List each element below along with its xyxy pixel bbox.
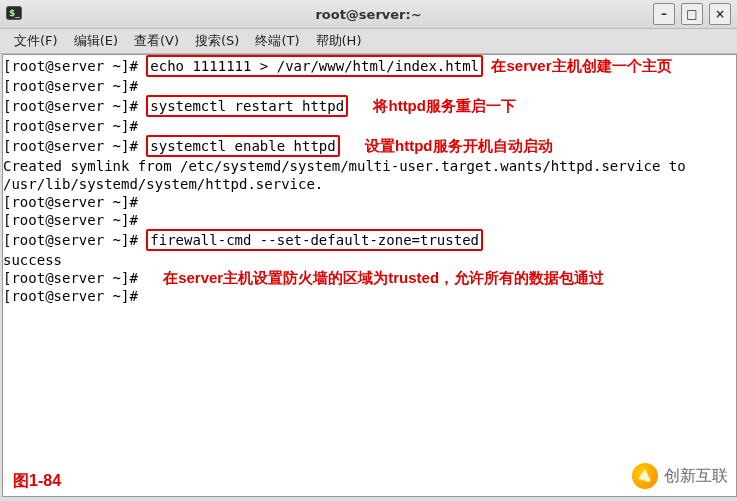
- output-symlink: Created symlink from /etc/systemd/system…: [3, 157, 723, 193]
- anno-restart-httpd: 将httpd服务重启一下: [373, 97, 515, 114]
- watermark: 创新互联: [598, 456, 736, 496]
- prompt: [root@server ~]#: [3, 98, 138, 114]
- term-line-11: [root@server ~]#: [3, 287, 736, 305]
- minimize-button[interactable]: –: [653, 3, 675, 25]
- menu-search[interactable]: 搜索(S): [187, 30, 247, 52]
- term-line-2: [root@server ~]# systemctl restart httpd…: [3, 95, 736, 117]
- term-line-0: [root@server ~]# echo 1111111 > /var/www…: [3, 55, 736, 77]
- term-line-10: [root@server ~]# 在server主机设置防火墙的区域为trust…: [3, 269, 736, 287]
- menu-terminal[interactable]: 终端(T): [247, 30, 307, 52]
- menu-edit[interactable]: 编辑(E): [66, 30, 126, 52]
- term-line-9: success: [3, 251, 736, 269]
- output-success: success: [3, 252, 62, 268]
- cmd-firewall-trusted: firewall-cmd --set-default-zone=trusted: [146, 229, 483, 251]
- close-button[interactable]: ×: [709, 3, 731, 25]
- terminal-pane[interactable]: [root@server ~]# echo 1111111 > /var/www…: [2, 54, 737, 497]
- term-line-6: [root@server ~]#: [3, 193, 736, 211]
- cmd-create-index: echo 1111111 > /var/www/html/index.html: [146, 55, 483, 77]
- maximize-button[interactable]: □: [681, 3, 703, 25]
- prompt: [root@server ~]#: [3, 138, 138, 154]
- prompt: [root@server ~]#: [3, 288, 138, 304]
- anno-create-index: 在server主机创建一个主页: [491, 57, 671, 74]
- watermark-logo-icon: [632, 463, 658, 489]
- prompt: [root@server ~]#: [3, 270, 138, 286]
- watermark-text: 创新互联: [664, 467, 728, 485]
- titlebar: $_ root@server:~ – □ ×: [0, 0, 737, 29]
- prompt: [root@server ~]#: [3, 232, 138, 248]
- menubar: 文件(F) 编辑(E) 查看(V) 搜索(S) 终端(T) 帮助(H): [0, 29, 737, 54]
- term-line-5: Created symlink from /etc/systemd/system…: [3, 157, 736, 193]
- term-line-4: [root@server ~]# systemctl enable httpd …: [3, 135, 736, 157]
- menu-file[interactable]: 文件(F): [6, 30, 66, 52]
- prompt: [root@server ~]#: [3, 212, 138, 228]
- anno-firewall: 在server主机设置防火墙的区域为trusted，允许所有的数据包通过: [163, 269, 604, 286]
- term-line-8: [root@server ~]# firewall-cmd --set-defa…: [3, 229, 736, 251]
- figure-label: 图1-84: [13, 472, 61, 490]
- term-line-1: [root@server ~]#: [3, 77, 736, 95]
- menu-help[interactable]: 帮助(H): [308, 30, 370, 52]
- terminal-icon: $_: [6, 5, 22, 21]
- menu-view[interactable]: 查看(V): [126, 30, 187, 52]
- term-line-7: [root@server ~]#: [3, 211, 736, 229]
- cmd-restart-httpd: systemctl restart httpd: [146, 95, 348, 117]
- window-controls: – □ ×: [653, 3, 731, 25]
- prompt: [root@server ~]#: [3, 194, 138, 210]
- term-line-3: [root@server ~]#: [3, 117, 736, 135]
- window-title: root@server:~: [315, 7, 421, 22]
- cmd-enable-httpd: systemctl enable httpd: [146, 135, 339, 157]
- prompt: [root@server ~]#: [3, 118, 138, 134]
- prompt: [root@server ~]#: [3, 58, 138, 74]
- anno-enable-httpd: 设置httpd服务开机自动启动: [365, 137, 552, 154]
- svg-text:$_: $_: [9, 8, 20, 18]
- prompt: [root@server ~]#: [3, 78, 138, 94]
